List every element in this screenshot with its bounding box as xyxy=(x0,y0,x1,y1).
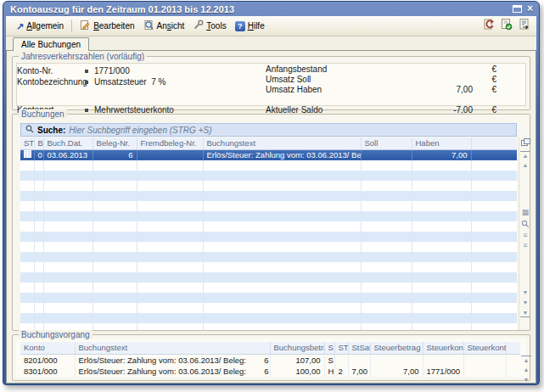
col-b[interactable]: B xyxy=(34,137,43,149)
cell-steuerbetrag xyxy=(370,354,423,365)
exit-icon[interactable] xyxy=(482,18,495,34)
menu-toolbar: ↗ Allgemein Bearbeiten Ansicht Tools ? H… xyxy=(6,16,536,36)
scroll-up-icon[interactable]: ▲ xyxy=(520,161,530,169)
cell-buch-dat: 03.06.2013 xyxy=(43,149,93,160)
col-steuerkonto2[interactable]: Steuerkonto 2 xyxy=(463,342,506,354)
arrow-up-right-icon: ↗ xyxy=(16,22,24,31)
col-buch-dat[interactable]: Buch.Dat. xyxy=(43,137,93,149)
menu-tools-label: Tools xyxy=(206,21,226,31)
col-st[interactable]: ST xyxy=(20,137,34,149)
go-first-row-icon[interactable]: ▲ xyxy=(521,356,531,364)
list-view-icon[interactable]: ≡ xyxy=(520,232,530,239)
table-nav-strip: ▲ ▲ ▦ ≡ ≡ ▼ ▼ ▼ xyxy=(519,137,527,330)
detail-view-icon[interactable]: ≡ xyxy=(520,242,530,249)
col-trailing xyxy=(471,137,517,149)
bookings-header-row: ST B Buch.Dat. Beleg-Nr. Fremdbeleg-Nr. … xyxy=(20,137,517,149)
cell-st xyxy=(334,354,348,365)
cell-steuerbetrag: 7,00 xyxy=(370,366,423,377)
cell-trailing xyxy=(471,149,517,160)
anfangsbestand-label: Anfangsbestand xyxy=(266,64,327,74)
col-konto[interactable]: Konto xyxy=(20,342,75,354)
cell-steuerkonto1: 1771/000 xyxy=(423,366,463,377)
go-first-row-icon[interactable]: ▲ xyxy=(520,151,530,160)
wrench-icon xyxy=(193,20,204,32)
record-grid-icon xyxy=(24,150,31,158)
field-bullet-icon xyxy=(85,70,88,73)
search-bar[interactable]: Suche: Hier Suchbegriff eingeben (STRG +… xyxy=(20,123,517,137)
cell-steuerkonto2 xyxy=(463,354,506,365)
titlebar[interactable]: Kontoauszug für den Zeitraum 01.2013 bis… xyxy=(3,2,539,16)
zoom-row-icon[interactable] xyxy=(520,220,530,230)
group-buchungsvorgang: Buchungsvorgang Konto Buchungstext Buchu… xyxy=(12,334,530,381)
col-stsatz[interactable]: StSatz xyxy=(348,342,370,354)
menu-hilfe[interactable]: ? Hilfe xyxy=(231,20,269,33)
scroll-down2-icon[interactable]: ▼ xyxy=(520,299,530,306)
currency-symbol: € xyxy=(491,85,496,94)
menu-ansicht-label: Ansicht xyxy=(157,21,185,31)
scroll-up-icon[interactable]: ▲ xyxy=(521,366,531,373)
cell-stsatz xyxy=(348,354,370,365)
document-check-icon[interactable] xyxy=(500,18,513,34)
col-buchungstext[interactable]: Buchungstext xyxy=(203,137,361,149)
col-buchungsbetrag[interactable]: Buchungsbetrag xyxy=(270,342,324,354)
go-last-row-icon[interactable]: ▼ xyxy=(520,309,530,317)
transaction-row[interactable]: 8301/000 Erlös/Steuer: Zahlung vom: 03.0… xyxy=(20,366,520,377)
document-export-icon[interactable] xyxy=(518,18,530,34)
grid-view-icon[interactable]: ▦ xyxy=(520,209,530,216)
col-st[interactable]: ST xyxy=(334,342,348,354)
menu-ansicht[interactable]: Ansicht xyxy=(139,18,189,34)
window-title: Kontoauszug für den Zeitraum 01.2013 bis… xyxy=(10,4,234,14)
cell-fremdbeleg-nr xyxy=(137,149,203,160)
group-label: Jahresverkehrszahlen (vorläufig) xyxy=(19,52,147,61)
group-label: Buchungen xyxy=(19,109,67,119)
col-trailing xyxy=(506,342,520,354)
currency-symbol: € xyxy=(491,75,496,84)
empty-rows-area[interactable] xyxy=(20,160,517,330)
cell-steuerkonto2 xyxy=(463,366,506,377)
cell-buchungsbetrag: 100,00 xyxy=(270,366,324,377)
cell-buchungstext: Erlös/Steuer: Zahlung vom: 03.06.2013/ B… xyxy=(203,149,361,160)
cell-s: H xyxy=(324,366,334,377)
bookings-table-area: ST B Buch.Dat. Beleg-Nr. Fremdbeleg-Nr. … xyxy=(20,137,517,330)
col-haben[interactable]: Haben xyxy=(412,137,471,149)
tab-strip: Alle Buchungen xyxy=(6,36,536,50)
kontobezeichnung-value: Umsatzsteuer 7 % xyxy=(85,77,165,87)
menu-allgemein[interactable]: ↗ Allgemein xyxy=(12,20,68,32)
menu-tools[interactable]: Tools xyxy=(188,18,230,34)
scroll-down-icon[interactable]: ▼ xyxy=(520,288,530,296)
cell-konto: 8301/000 xyxy=(20,366,75,377)
scroll-down-icon[interactable]: ▼ xyxy=(521,376,531,384)
search-placeholder: Hier Suchbegriff eingeben (STRG +S) xyxy=(69,126,211,135)
tab-alle-buchungen[interactable]: Alle Buchungen xyxy=(13,37,89,51)
menu-bearbeiten-label: Bearbeiten xyxy=(93,21,134,31)
col-steuerbetrag[interactable]: Steuerbetrag xyxy=(370,342,423,354)
umsatz-soll-label: Umsatz Soll xyxy=(266,75,311,84)
menu-hilfe-label: Hilfe xyxy=(248,21,265,31)
col-beleg-nr[interactable]: Beleg-Nr. xyxy=(93,137,137,149)
kontobezeichnung-label: Kontobezeichnung xyxy=(17,77,87,87)
cell-stsatz: 7,00 xyxy=(348,366,370,377)
restore-button[interactable] xyxy=(513,5,522,13)
search-label: Suche: xyxy=(37,126,65,135)
menu-allgemein-label: Allgemein xyxy=(26,21,64,31)
col-steuerkonto1[interactable]: Steuerkonto 1 xyxy=(423,342,463,354)
row-type-icon-cell xyxy=(20,149,34,160)
transaction-table: Konto Buchungstext Buchungsbetrag S ST S… xyxy=(20,342,520,377)
column-chooser-icon[interactable] xyxy=(520,138,530,148)
umsatz-haben-label: Umsatz Haben xyxy=(266,85,322,94)
cell-st: 2 xyxy=(334,366,348,377)
booking-row-selected[interactable]: 0 03.06.2013 6 Erlös/Steuer: Zahlung vom… xyxy=(20,149,517,160)
cell-trailing xyxy=(506,366,520,377)
col-buchungstext[interactable]: Buchungstext xyxy=(75,342,270,354)
client-area: ↗ Allgemein Bearbeiten Ansicht Tools ? H… xyxy=(6,16,536,382)
col-s[interactable]: S xyxy=(324,342,334,354)
group-label: Buchungsvorgang xyxy=(19,330,93,339)
cell-buchungstext: Erlös/Steuer: Zahlung vom: 03.06.2013/ B… xyxy=(75,354,270,365)
col-fremdbeleg-nr[interactable]: Fremdbeleg-Nr. xyxy=(137,137,203,149)
transaction-row[interactable]: 8201/000 Erlös/Steuer: Zahlung vom: 03.0… xyxy=(20,354,520,365)
menu-bearbeiten[interactable]: Bearbeiten xyxy=(76,18,138,34)
magnifier-page-icon xyxy=(143,20,154,32)
cell-soll xyxy=(361,149,412,160)
col-soll[interactable]: Soll xyxy=(361,137,412,149)
close-button[interactable]: × xyxy=(527,4,533,14)
